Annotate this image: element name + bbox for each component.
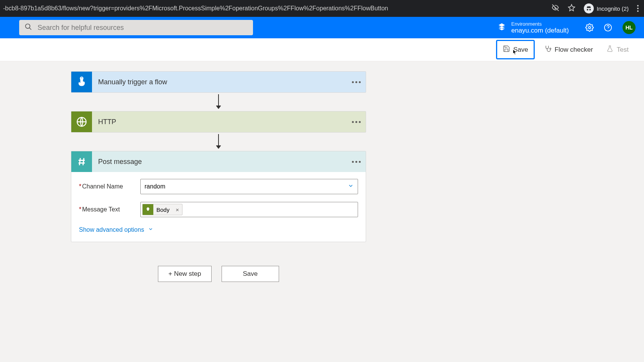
svg-point-0: [26, 24, 30, 29]
chevron-down-icon: [348, 183, 354, 190]
gear-icon: [585, 23, 594, 32]
channel-name-label: *Channel Name: [79, 183, 140, 190]
lightbulb-icon: [143, 204, 153, 215]
flow-canvas[interactable]: Manually trigger a flow HTTP: [0, 61, 644, 362]
environment-label: Environments: [511, 21, 569, 27]
browser-menu-icon[interactable]: [637, 5, 639, 12]
save-label: Save: [513, 46, 528, 54]
token-name: Body: [153, 206, 172, 213]
svg-line-1: [30, 28, 31, 30]
search-icon: [25, 23, 32, 32]
chevron-down-icon: [148, 226, 153, 233]
app-header: Environments enayu.com (default) HL: [0, 17, 644, 38]
browser-chrome: -bcb8-897b1a5d8b63/flows/new?trigger=pro…: [0, 0, 644, 17]
hash-icon: [71, 151, 92, 172]
globe-icon: [71, 111, 92, 132]
http-title: HTTP: [92, 118, 347, 126]
environment-value: enayu.com (default): [511, 27, 569, 34]
star-icon[interactable]: [568, 4, 575, 13]
incognito-label: Incognito (2): [597, 5, 629, 12]
dynamic-token-body[interactable]: Body ×: [142, 204, 182, 215]
stethoscope-icon: [544, 45, 552, 54]
token-remove-button[interactable]: ×: [172, 206, 182, 213]
save-flow-button[interactable]: Save: [222, 266, 279, 282]
flow-checker-button[interactable]: Flow checker: [540, 43, 597, 57]
trigger-card[interactable]: Manually trigger a flow: [71, 71, 366, 93]
environment-icon: [498, 23, 506, 33]
search-input[interactable]: [38, 24, 248, 32]
new-step-button[interactable]: + New step: [158, 266, 212, 282]
search-box[interactable]: [19, 20, 253, 35]
channel-name-value: random: [145, 183, 165, 190]
eye-off-icon[interactable]: [552, 4, 559, 13]
help-button[interactable]: [603, 22, 613, 33]
question-icon: [604, 23, 612, 32]
designer-toolbar: Save Flow checker Test: [0, 38, 644, 61]
environment-picker[interactable]: Environments enayu.com (default): [498, 21, 569, 34]
trigger-title: Manually trigger a flow: [92, 78, 347, 86]
card-menu-button[interactable]: [347, 121, 366, 123]
show-advanced-link[interactable]: Show advanced options: [79, 226, 153, 233]
channel-name-select[interactable]: random: [140, 179, 358, 194]
address-bar[interactable]: -bcb8-897b1a5d8b63/flows/new?trigger=pro…: [3, 5, 552, 12]
card-menu-button[interactable]: [347, 81, 366, 83]
connector-arrow[interactable]: [214, 93, 223, 111]
svg-point-2: [588, 26, 591, 29]
message-text-label: *Message Text: [79, 206, 140, 213]
avatar[interactable]: HL: [623, 21, 636, 34]
touch-icon: [71, 72, 92, 92]
slack-title: Post message: [92, 158, 347, 166]
test-button[interactable]: Test: [602, 43, 632, 57]
message-text-input[interactable]: Body ×: [140, 202, 358, 217]
incognito-badge[interactable]: Incognito (2): [584, 3, 629, 13]
connector-arrow[interactable]: [214, 133, 223, 151]
http-card[interactable]: HTTP: [71, 111, 366, 133]
flow-checker-label: Flow checker: [555, 46, 593, 54]
card-menu-button[interactable]: [347, 161, 366, 163]
test-label: Test: [617, 46, 629, 54]
settings-button[interactable]: [584, 22, 595, 33]
save-button[interactable]: Save: [496, 40, 535, 59]
incognito-icon: [584, 3, 594, 13]
flask-icon: [606, 45, 614, 54]
slack-card[interactable]: Post message *Channel Name random: [71, 151, 366, 242]
save-icon: [503, 45, 510, 54]
svg-point-4: [550, 48, 551, 49]
